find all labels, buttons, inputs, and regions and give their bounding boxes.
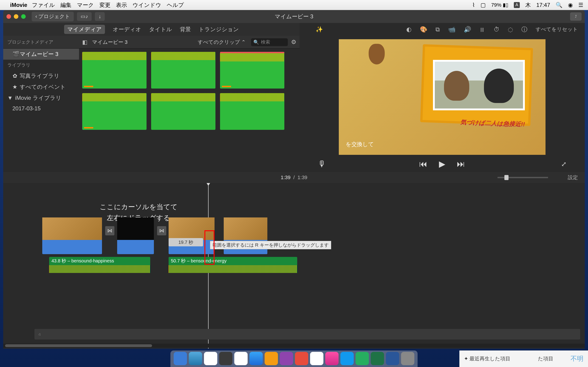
prev-button[interactable]: ⏮: [419, 159, 427, 169]
equalizer-icon[interactable]: ⫼: [479, 26, 485, 33]
dock: [170, 350, 418, 367]
media-clip[interactable]: [82, 52, 147, 89]
fullscreen-icon[interactable]: ⤢: [561, 160, 566, 168]
zoom-slider[interactable]: [498, 177, 548, 178]
finder-window-peek[interactable]: ✦ 最近再生した項目 た項目 不明: [459, 350, 588, 367]
battery-percent[interactable]: 79%: [491, 2, 502, 8]
volume-icon[interactable]: 🔊: [464, 26, 471, 33]
sidebar-item-photos[interactable]: ✿写真ライブラリ: [3, 70, 79, 81]
dock-vlc[interactable]: [265, 352, 278, 365]
dock-imovie[interactable]: [280, 352, 293, 365]
stabilize-icon[interactable]: 📹: [448, 26, 456, 33]
wifi-icon[interactable]: ⌇: [472, 2, 475, 8]
sidebar-header-library: ライブラリ: [3, 60, 79, 70]
siri-icon[interactable]: ◉: [568, 2, 573, 8]
range-select-tooltip: 範囲を選択するには R キーを押しながらドラッグします: [210, 241, 331, 249]
timeline[interactable]: ここにカーソルを当てて左右にドラッグする ↘ ⋈ ⋈ 19.7 秒 範囲を選択す…: [3, 183, 585, 349]
dock-appstore[interactable]: [340, 352, 354, 365]
background-music-well[interactable]: ♫: [35, 329, 580, 340]
import-button[interactable]: ↓: [95, 12, 105, 21]
preview-viewer[interactable]: 気づけば二人は急接近!! を交換して: [300, 36, 585, 156]
color-correction-icon[interactable]: 🎨: [420, 26, 427, 33]
app-name[interactable]: iMovie: [10, 2, 27, 8]
enhance-icon[interactable]: ✨: [316, 26, 323, 33]
color-balance-icon[interactable]: ◐: [406, 26, 412, 33]
window-title: マイムービー 3: [275, 13, 313, 20]
dock-calendar[interactable]: [234, 352, 248, 365]
back-to-projects[interactable]: ‹ プロジェクト: [32, 12, 74, 21]
media-tabs: マイメディア オーディオ タイトル 背景 トランジション: [3, 23, 300, 36]
dock-excel[interactable]: [371, 352, 384, 365]
window-zoom[interactable]: [21, 14, 26, 19]
preview-subtitle: を交換して: [346, 141, 374, 148]
browser-title[interactable]: マイムービー 3: [92, 39, 128, 46]
share-button[interactable]: ⤴: [570, 12, 582, 21]
dock-chrome[interactable]: [310, 352, 323, 365]
dock-sysprefs[interactable]: [219, 352, 233, 365]
playback-controls: 🎙 ⏮ ▶ ⏭ ⤢: [300, 156, 585, 172]
filter-icon[interactable]: ◌: [508, 26, 513, 33]
info-icon[interactable]: ⓘ: [521, 25, 527, 33]
tab-transitions[interactable]: トランジション: [199, 26, 239, 33]
sidebar-item-date[interactable]: 2017-03-15: [3, 103, 79, 114]
speed-icon[interactable]: ⏱: [493, 26, 500, 33]
video-clip[interactable]: [117, 217, 154, 254]
timeline-scrollbar[interactable]: [3, 344, 585, 348]
audio-clip[interactable]: 43.8 秒 – bensound-happiness: [49, 257, 150, 273]
dock-word[interactable]: [386, 352, 399, 365]
menu-window[interactable]: ウインドウ: [132, 1, 161, 9]
tab-backgrounds[interactable]: 背景: [180, 26, 191, 33]
dock-skitch[interactable]: [355, 352, 369, 365]
video-clip[interactable]: [42, 217, 102, 254]
browser-settings-icon[interactable]: ⚙: [291, 39, 296, 46]
sidebar-toggle-icon[interactable]: ◧: [82, 39, 87, 45]
menu-modify[interactable]: 変更: [99, 1, 111, 9]
transition[interactable]: ⋈: [157, 226, 166, 235]
recent-star-icon: ✦: [464, 356, 468, 362]
clip-filter[interactable]: すべてのクリップ ⌃: [198, 39, 246, 46]
reset-all[interactable]: すべてをリセット: [536, 26, 578, 33]
media-clip[interactable]: [82, 93, 147, 130]
sidebar-item-allevents[interactable]: ★すべてのイベント: [3, 81, 79, 92]
menu-edit[interactable]: 編集: [61, 1, 71, 9]
theater-button[interactable]: ▭♪: [77, 12, 92, 21]
notification-center-icon[interactable]: ☰: [578, 2, 583, 8]
sidebar-item-imovielib[interactable]: ▼ iMovie ライブラリ: [3, 92, 79, 103]
clock-day[interactable]: 木: [525, 1, 531, 9]
media-clip[interactable]: [220, 93, 284, 130]
dock-finder[interactable]: [174, 352, 187, 365]
menu-mark[interactable]: マーク: [77, 1, 94, 9]
next-button[interactable]: ⏭: [457, 159, 465, 169]
voiceover-icon[interactable]: 🎙: [318, 159, 326, 169]
tab-audio[interactable]: オーディオ: [113, 26, 141, 33]
play-button[interactable]: ▶: [439, 159, 445, 169]
tab-mymedia[interactable]: マイメディア: [64, 25, 105, 34]
menu-help[interactable]: ヘルプ: [167, 1, 184, 9]
airplay-icon[interactable]: ▢: [481, 2, 486, 8]
window-close[interactable]: [6, 14, 11, 19]
tab-titles[interactable]: タイトル: [149, 26, 172, 33]
menu-file[interactable]: ファイル: [32, 1, 55, 9]
dock-trash[interactable]: [401, 352, 414, 365]
dock-safari[interactable]: [250, 352, 263, 365]
crop-icon[interactable]: ⧉: [435, 26, 440, 33]
transition[interactable]: ⋈: [105, 226, 114, 235]
media-clip[interactable]: [151, 52, 216, 89]
audio-clip[interactable]: 50.7 秒 – bensound-energy: [169, 257, 297, 273]
window-minimize[interactable]: [14, 14, 18, 19]
spotlight-icon[interactable]: 🔍: [556, 2, 562, 8]
sidebar-item-project[interactable]: 🎬マイムービー 3: [3, 49, 79, 60]
clip-browser[interactable]: [79, 49, 300, 172]
sidebar: プロジェクトメディア 🎬マイムービー 3 ライブラリ ✿写真ライブラリ ★すべて…: [3, 36, 79, 172]
dock-siri[interactable]: [189, 352, 202, 365]
menu-view[interactable]: 表示: [116, 1, 127, 9]
media-clip[interactable]: [151, 93, 216, 130]
timeline-settings[interactable]: 設定: [568, 174, 578, 181]
search-input[interactable]: 🔍検索: [251, 38, 288, 46]
clock-time[interactable]: 17:47: [536, 2, 550, 8]
media-clip[interactable]: [220, 52, 284, 89]
dock-launchpad[interactable]: [204, 352, 217, 365]
dock-itunes[interactable]: [325, 352, 338, 365]
dock-photos[interactable]: [295, 352, 308, 365]
input-source[interactable]: A: [514, 2, 520, 8]
